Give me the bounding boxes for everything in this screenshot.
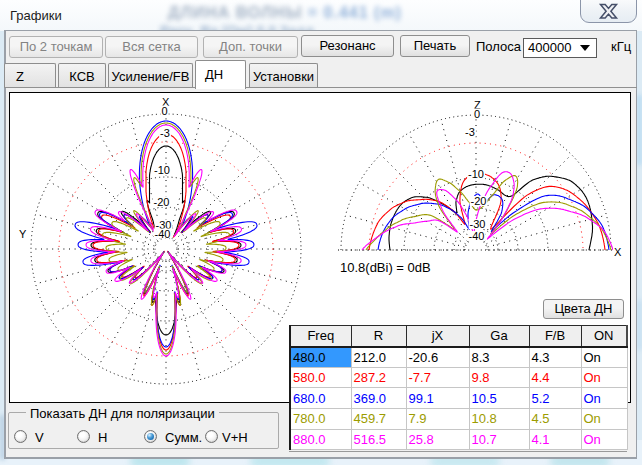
svg-text:-30: -30 [470,218,486,230]
svg-text:-20: -20 [471,195,487,207]
svg-text:-20: -20 [154,196,170,208]
svg-text:Y: Y [19,228,27,240]
svg-text:-3: -3 [465,126,475,138]
svg-text:X: X [614,246,622,258]
svg-text:-10: -10 [468,168,484,180]
svg-text:-10: -10 [154,164,170,176]
svg-text:-40: -40 [155,228,171,240]
svg-text:0: 0 [474,108,480,120]
svg-text:-40: -40 [469,230,485,242]
svg-text:0: 0 [161,105,167,117]
svg-text:-3: -3 [160,127,170,139]
